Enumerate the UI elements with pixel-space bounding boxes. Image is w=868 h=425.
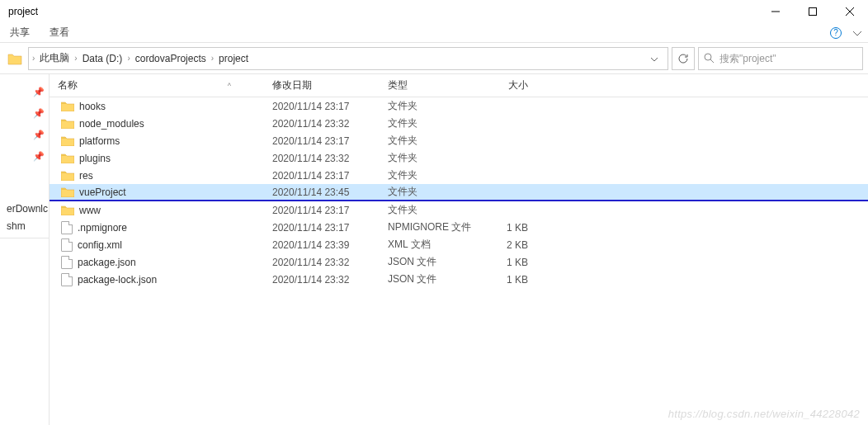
sort-indicator-icon: ^ [228, 82, 231, 90]
toolbar: › 此电脑 › Data (D:) › cordovaProjects › pr… [0, 43, 868, 74]
window-controls [757, 0, 868, 23]
watermark: https://blog.csdn.net/weixin_44228042 [668, 408, 860, 420]
table-row[interactable]: vueProject2020/11/14 23:45文件夹 [50, 184, 868, 201]
cell-size: 1 KB [479, 222, 545, 234]
search-box[interactable] [698, 47, 863, 70]
column-date[interactable]: 修改日期 [264, 78, 380, 92]
cell-name: vueProject [50, 187, 264, 198]
table-row[interactable]: package-lock.json2020/11/14 23:32JSON 文件… [50, 271, 868, 288]
file-list: 名称^ 修改日期 类型 大小 hooks2020/11/14 23:17文件夹n… [50, 74, 868, 425]
table-row[interactable]: package.json2020/11/14 23:32JSON 文件1 KB [50, 253, 868, 271]
table-row[interactable]: config.xml2020/11/14 23:39XML 文档2 KB [50, 236, 868, 253]
cell-name: hooks [50, 101, 264, 112]
search-input[interactable] [719, 53, 857, 64]
content: 📌 📌 📌 📌 erDownlc shm 名称^ 修改日期 类型 大小 hook… [0, 74, 868, 425]
menu-view[interactable]: 查看 [50, 26, 69, 40]
chevron-down-icon[interactable] [644, 53, 664, 64]
column-name[interactable]: 名称^ [50, 78, 264, 92]
folder-icon [61, 205, 74, 215]
svg-line-5 [710, 59, 714, 63]
folder-up-icon[interactable] [5, 49, 25, 68]
cell-type: 文件夹 [380, 134, 479, 148]
table-row[interactable]: node_modules2020/11/14 23:32文件夹 [50, 115, 868, 132]
breadcrumb-item[interactable]: cordovaProjects [132, 53, 210, 64]
cell-name: plugins [50, 153, 264, 164]
svg-point-4 [705, 54, 711, 60]
cell-name: node_modules [50, 118, 264, 130]
chevron-right-icon: › [74, 54, 77, 63]
file-name: vueProject [79, 187, 126, 198]
pin-icon[interactable]: 📌 [0, 124, 49, 145]
file-icon [61, 238, 73, 252]
cell-name: package.json [50, 256, 264, 269]
close-button[interactable] [831, 0, 868, 23]
sidebar-item[interactable]: shm [0, 217, 49, 234]
cell-type: 文件夹 [380, 203, 479, 217]
cell-type: JSON 文件 [380, 255, 479, 269]
cell-date: 2020/11/14 23:45 [264, 187, 380, 198]
breadcrumb[interactable]: › 此电脑 › Data (D:) › cordovaProjects › pr… [28, 47, 668, 70]
cell-type: 文件夹 [380, 116, 479, 130]
maximize-button[interactable] [794, 0, 831, 23]
menu-share[interactable]: 共享 [10, 26, 30, 40]
cell-size: 2 KB [479, 239, 545, 251]
cell-type: 文件夹 [380, 168, 479, 182]
column-type[interactable]: 类型 [380, 78, 479, 92]
chevron-right-icon: › [127, 54, 130, 63]
folder-icon [61, 135, 74, 146]
breadcrumb-item[interactable]: 此电脑 [36, 51, 73, 65]
cell-date: 2020/11/14 23:32 [264, 118, 380, 130]
cell-name: package-lock.json [50, 273, 264, 286]
chevron-right-icon: › [211, 54, 214, 63]
cell-date: 2020/11/14 23:17 [264, 135, 380, 147]
folder-icon [61, 170, 74, 181]
column-headers: 名称^ 修改日期 类型 大小 [50, 74, 868, 97]
cell-date: 2020/11/14 23:39 [264, 239, 380, 251]
file-icon [61, 273, 73, 286]
refresh-button[interactable] [672, 47, 695, 70]
minimize-button[interactable] [757, 0, 794, 23]
cell-name: www [50, 205, 264, 216]
cell-name: .npmignore [50, 221, 264, 234]
folder-icon [61, 187, 74, 197]
titlebar: project [0, 0, 868, 23]
file-name: hooks [79, 101, 106, 112]
table-row[interactable]: hooks2020/11/14 23:17文件夹 [50, 97, 868, 115]
file-name: package.json [78, 257, 136, 268]
cell-type: NPMIGNORE 文件 [380, 220, 479, 234]
file-name: plugins [79, 153, 111, 164]
cell-type: 文件夹 [380, 185, 479, 199]
file-icon [61, 256, 73, 269]
pin-icon[interactable]: 📌 [0, 145, 49, 167]
cell-name: platforms [50, 135, 264, 147]
column-size[interactable]: 大小 [479, 78, 545, 92]
cell-date: 2020/11/14 23:17 [264, 222, 380, 234]
table-row[interactable]: .npmignore2020/11/14 23:17NPMIGNORE 文件1 … [50, 219, 868, 236]
table-row[interactable]: www2020/11/14 23:17文件夹 [50, 201, 868, 219]
sidebar-item[interactable]: erDownlc [0, 200, 49, 217]
cell-type: JSON 文件 [380, 272, 479, 286]
cell-size: 1 KB [479, 274, 545, 286]
table-row[interactable]: platforms2020/11/14 23:17文件夹 [50, 132, 868, 149]
help-icon[interactable]: ? [830, 27, 842, 39]
table-row[interactable]: plugins2020/11/14 23:32文件夹 [50, 149, 868, 167]
cell-date: 2020/11/14 23:32 [264, 257, 380, 268]
file-name: package-lock.json [78, 274, 157, 286]
cell-type: 文件夹 [380, 151, 479, 165]
pin-icon[interactable]: 📌 [0, 81, 49, 102]
cell-name: config.xml [50, 238, 264, 252]
cell-name: res [50, 170, 264, 182]
breadcrumb-item[interactable]: Data (D:) [79, 53, 126, 64]
search-icon [704, 53, 715, 64]
window-title: project [8, 6, 38, 17]
breadcrumb-item[interactable]: project [215, 53, 252, 64]
file-name: platforms [79, 135, 120, 147]
table-row[interactable]: res2020/11/14 23:17文件夹 [50, 167, 868, 184]
file-name: res [79, 170, 93, 182]
chevron-down-icon[interactable] [853, 27, 861, 39]
divider [0, 238, 49, 238]
pin-icon[interactable]: 📌 [0, 102, 49, 124]
menubar: 共享 查看 ? [0, 23, 868, 43]
cell-date: 2020/11/14 23:17 [264, 205, 380, 216]
sidebar: 📌 📌 📌 📌 erDownlc shm [0, 74, 50, 425]
